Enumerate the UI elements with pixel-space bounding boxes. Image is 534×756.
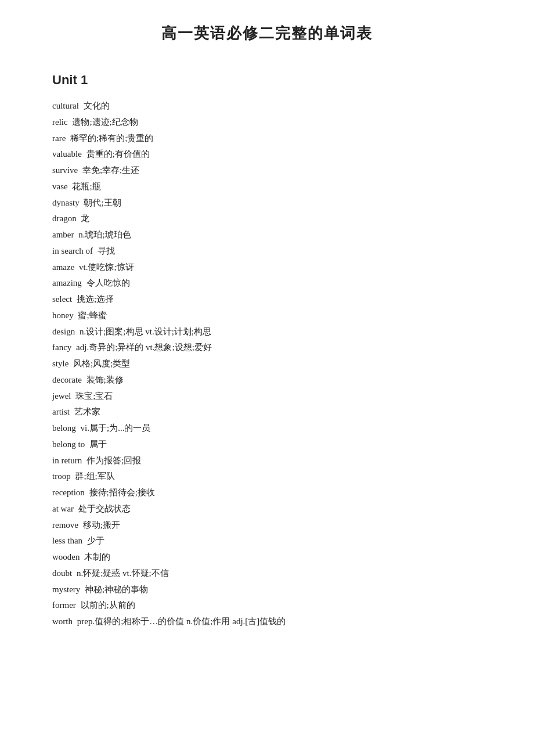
- list-item: doubt n.怀疑;疑惑 vt.怀疑;不信: [52, 566, 488, 582]
- list-item: dynasty 朝代;王朝: [52, 195, 488, 211]
- word-chinese: 作为报答;回报: [84, 456, 141, 465]
- list-item: design n.设计;图案;构思 vt.设计;计划;构思: [52, 324, 488, 340]
- word-chinese: vt.使吃惊;惊讶: [77, 262, 134, 272]
- word-chinese: 龙: [79, 214, 90, 223]
- list-item: wooden 木制的: [52, 549, 488, 566]
- word-english: valuable: [52, 149, 82, 159]
- word-english: doubt: [52, 568, 72, 578]
- unit-heading: Unit 1: [52, 73, 488, 88]
- word-chinese: 以前的;从前的: [78, 600, 135, 610]
- word-english: select: [52, 294, 72, 304]
- list-item: jewel 珠宝;宝石: [52, 388, 488, 405]
- word-english: former: [52, 600, 76, 610]
- word-chinese: 属于: [87, 440, 107, 449]
- word-english: amaze: [52, 262, 74, 272]
- word-english: worth: [52, 617, 73, 626]
- list-item: amber n.琥珀;琥珀色: [52, 227, 488, 243]
- word-english: belong: [52, 423, 76, 433]
- list-item: honey 蜜;蜂蜜: [52, 308, 488, 324]
- word-english: amber: [52, 230, 74, 239]
- word-chinese: 蜜;蜂蜜: [76, 311, 107, 320]
- list-item: style 风格;风度;类型: [52, 356, 488, 372]
- word-english: vase: [52, 182, 68, 191]
- word-english: dynasty: [52, 198, 80, 207]
- word-english: less than: [52, 536, 82, 545]
- word-english: style: [52, 359, 68, 368]
- word-chinese: vi.属于;为...的一员: [78, 423, 151, 433]
- word-chinese: 接待;招待会;接收: [87, 488, 155, 497]
- word-english: remove: [52, 520, 78, 530]
- word-chinese: 稀罕的;稀有的;贵重的: [68, 134, 153, 143]
- word-english: cultural: [52, 101, 79, 110]
- word-chinese: 花瓶;瓶: [70, 182, 101, 191]
- word-chinese: 遗物;遗迹;纪念物: [70, 117, 138, 127]
- word-chinese: 移动;搬开: [81, 520, 120, 530]
- list-item: amazing 令人吃惊的: [52, 275, 488, 291]
- list-item: former 以前的;从前的: [52, 597, 488, 614]
- word-chinese: 令人吃惊的: [84, 278, 130, 287]
- word-english: dragon: [52, 214, 77, 223]
- list-item: reception 接待;招待会;接收: [52, 485, 488, 501]
- word-english: fancy: [52, 343, 71, 352]
- list-item: artist 艺术家: [52, 404, 488, 420]
- word-english: decorate: [52, 375, 82, 384]
- word-english: at war: [52, 504, 74, 513]
- word-english: in return: [52, 456, 82, 465]
- word-chinese: n.设计;图案;构思 vt.设计;计划;构思: [77, 327, 211, 336]
- list-item: vase 花瓶;瓶: [52, 179, 488, 195]
- list-item: cultural 文化的: [52, 98, 488, 114]
- word-english: belong to: [52, 440, 85, 449]
- word-chinese: prep.值得的;相称于…的价值 n.价值;作用 adj.[古]值钱的: [75, 617, 286, 626]
- word-chinese: 挑选;选择: [74, 294, 114, 304]
- list-item: belong to 属于: [52, 437, 488, 453]
- list-item: fancy adj.奇异的;异样的 vt.想象;设想;爱好: [52, 340, 488, 356]
- word-chinese: n.琥珀;琥珀色: [76, 230, 131, 239]
- list-item: relic 遗物;遗迹;纪念物: [52, 114, 488, 131]
- word-chinese: adj.奇异的;异样的 vt.想象;设想;爱好: [74, 343, 212, 352]
- list-item: rare 稀罕的;稀有的;贵重的: [52, 131, 488, 147]
- word-chinese: 珠宝;宝石: [73, 391, 113, 401]
- word-chinese: 群;组;军队: [73, 471, 115, 481]
- word-english: amazing: [52, 278, 82, 287]
- word-english: survive: [52, 165, 78, 175]
- word-english: jewel: [52, 391, 71, 401]
- word-chinese: n.怀疑;疑惑 vt.怀疑;不信: [74, 568, 169, 578]
- list-item: at war 处于交战状态: [52, 501, 488, 517]
- list-item: valuable 贵重的;有价值的: [52, 146, 488, 163]
- word-english: artist: [52, 407, 70, 416]
- word-english: rare: [52, 134, 66, 143]
- word-english: honey: [52, 311, 74, 320]
- word-chinese: 装饰;装修: [84, 375, 124, 384]
- word-chinese: 处于交战状态: [76, 504, 131, 513]
- word-chinese: 寻找: [95, 246, 115, 255]
- list-item: less than 少于: [52, 533, 488, 549]
- word-chinese: 风格;风度;类型: [71, 359, 130, 368]
- list-item: mystery 神秘;神秘的事物: [52, 582, 488, 598]
- word-chinese: 木制的: [82, 552, 111, 561]
- word-english: relic: [52, 117, 68, 127]
- list-item: in return 作为报答;回报: [52, 453, 488, 469]
- unit-section: Unit 1cultural 文化的relic 遗物;遗迹;纪念物rare 稀罕…: [46, 73, 488, 630]
- list-item: in search of 寻找: [52, 243, 488, 260]
- word-english: design: [52, 327, 75, 336]
- list-item: decorate 装饰;装修: [52, 372, 488, 388]
- list-item: remove 移动;搬开: [52, 517, 488, 534]
- list-item: belong vi.属于;为...的一员: [52, 420, 488, 437]
- list-item: troop 群;组;军队: [52, 469, 488, 485]
- word-chinese: 艺术家: [72, 407, 100, 416]
- list-item: survive 幸免;幸存;生还: [52, 163, 488, 179]
- word-chinese: 幸免;幸存;生还: [80, 165, 139, 175]
- word-chinese: 神秘;神秘的事物: [82, 585, 148, 594]
- word-list: cultural 文化的relic 遗物;遗迹;纪念物rare 稀罕的;稀有的;…: [52, 98, 488, 630]
- word-chinese: 贵重的;有价值的: [84, 149, 150, 159]
- word-english: reception: [52, 488, 85, 497]
- word-chinese: 文化的: [81, 101, 110, 110]
- page-title: 高一英语必修二完整的单词表: [46, 23, 488, 44]
- word-english: wooden: [52, 552, 80, 561]
- word-chinese: 朝代;王朝: [82, 198, 121, 207]
- word-english: troop: [52, 471, 71, 481]
- list-item: worth prep.值得的;相称于…的价值 n.价值;作用 adj.[古]值钱…: [52, 614, 488, 630]
- list-item: amaze vt.使吃惊;惊讶: [52, 260, 488, 276]
- list-item: select 挑选;选择: [52, 291, 488, 308]
- word-english: in search of: [52, 246, 93, 255]
